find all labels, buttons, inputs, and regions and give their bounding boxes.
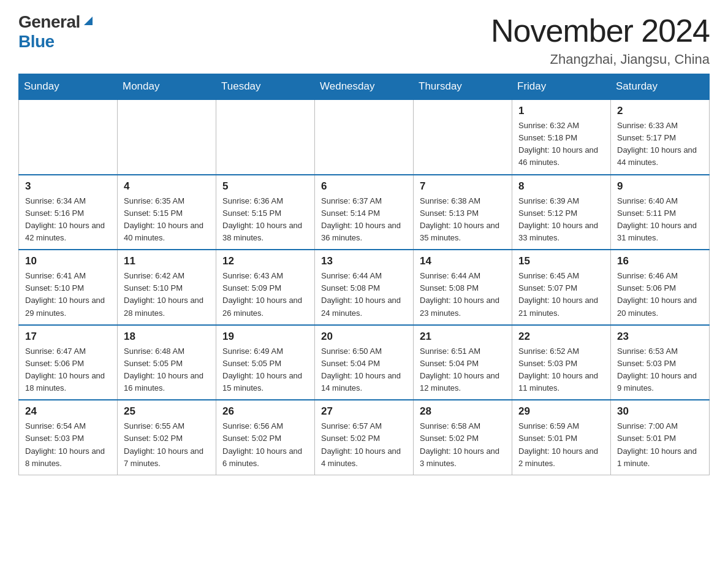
day-number: 9 (617, 180, 703, 193)
day-info: Sunrise: 6:44 AM Sunset: 5:08 PM Dayligh… (420, 271, 499, 317)
calendar-cell: 11Sunrise: 6:42 AM Sunset: 5:10 PM Dayli… (118, 250, 216, 325)
day-info: Sunrise: 6:47 AM Sunset: 5:06 PM Dayligh… (25, 347, 105, 393)
calendar-cell: 19Sunrise: 6:49 AM Sunset: 5:05 PM Dayli… (216, 325, 315, 400)
day-number: 14 (420, 255, 506, 267)
week-row-1: 1Sunrise: 6:32 AM Sunset: 5:18 PM Daylig… (19, 99, 710, 175)
col-header-tuesday: Tuesday (216, 74, 315, 100)
day-number: 1 (518, 105, 604, 117)
day-info: Sunrise: 6:51 AM Sunset: 5:04 PM Dayligh… (420, 347, 499, 393)
calendar-cell (118, 99, 216, 175)
day-number: 27 (321, 405, 407, 418)
day-info: Sunrise: 6:56 AM Sunset: 5:02 PM Dayligh… (222, 421, 302, 467)
day-number: 6 (321, 180, 407, 193)
logo-triangle-icon (82, 14, 95, 28)
header: General Blue November 2024 Zhangzhai, Ji… (18, 12, 710, 67)
calendar-cell: 23Sunrise: 6:53 AM Sunset: 5:03 PM Dayli… (611, 325, 710, 400)
day-number: 16 (617, 255, 703, 267)
day-info: Sunrise: 6:57 AM Sunset: 5:02 PM Dayligh… (321, 421, 401, 467)
day-number: 26 (222, 405, 308, 418)
day-info: Sunrise: 6:35 AM Sunset: 5:15 PM Dayligh… (124, 196, 203, 242)
day-number: 24 (25, 405, 111, 418)
day-number: 3 (25, 180, 111, 193)
day-number: 28 (420, 405, 506, 418)
calendar-cell: 13Sunrise: 6:44 AM Sunset: 5:08 PM Dayli… (315, 250, 414, 325)
day-number: 20 (321, 331, 407, 343)
logo-blue: Blue (18, 32, 55, 51)
day-info: Sunrise: 6:36 AM Sunset: 5:15 PM Dayligh… (222, 196, 302, 242)
day-info: Sunrise: 6:59 AM Sunset: 5:01 PM Dayligh… (518, 421, 598, 467)
day-info: Sunrise: 6:41 AM Sunset: 5:10 PM Dayligh… (25, 271, 105, 317)
calendar-cell: 8Sunrise: 6:39 AM Sunset: 5:12 PM Daylig… (512, 175, 611, 250)
calendar-cell: 24Sunrise: 6:54 AM Sunset: 5:03 PM Dayli… (19, 400, 118, 475)
calendar-cell: 20Sunrise: 6:50 AM Sunset: 5:04 PM Dayli… (315, 325, 414, 400)
col-header-wednesday: Wednesday (315, 74, 414, 100)
day-number: 19 (222, 331, 308, 343)
calendar-cell: 5Sunrise: 6:36 AM Sunset: 5:15 PM Daylig… (216, 175, 315, 250)
calendar-cell: 26Sunrise: 6:56 AM Sunset: 5:02 PM Dayli… (216, 400, 315, 475)
day-number: 17 (25, 331, 111, 343)
calendar-cell: 1Sunrise: 6:32 AM Sunset: 5:18 PM Daylig… (512, 99, 611, 175)
calendar-cell: 17Sunrise: 6:47 AM Sunset: 5:06 PM Dayli… (19, 325, 118, 400)
col-header-thursday: Thursday (414, 74, 512, 100)
day-number: 18 (124, 331, 210, 343)
day-info: Sunrise: 6:38 AM Sunset: 5:13 PM Dayligh… (420, 196, 499, 242)
svg-marker-0 (84, 17, 93, 25)
title-area: November 2024 Zhangzhai, Jiangsu, China (491, 12, 710, 67)
calendar-subtitle: Zhangzhai, Jiangsu, China (491, 52, 710, 67)
day-number: 30 (617, 405, 703, 418)
calendar-cell: 12Sunrise: 6:43 AM Sunset: 5:09 PM Dayli… (216, 250, 315, 325)
day-info: Sunrise: 6:54 AM Sunset: 5:03 PM Dayligh… (25, 421, 105, 467)
calendar-cell: 29Sunrise: 6:59 AM Sunset: 5:01 PM Dayli… (512, 400, 611, 475)
week-row-4: 17Sunrise: 6:47 AM Sunset: 5:06 PM Dayli… (19, 325, 710, 400)
logo-general: General (18, 12, 80, 32)
calendar-cell: 30Sunrise: 7:00 AM Sunset: 5:01 PM Dayli… (611, 400, 710, 475)
day-number: 25 (124, 405, 210, 418)
calendar-cell: 15Sunrise: 6:45 AM Sunset: 5:07 PM Dayli… (512, 250, 611, 325)
day-info: Sunrise: 6:44 AM Sunset: 5:08 PM Dayligh… (321, 271, 401, 317)
day-info: Sunrise: 6:39 AM Sunset: 5:12 PM Dayligh… (518, 196, 598, 242)
day-number: 10 (25, 255, 111, 267)
day-info: Sunrise: 6:33 AM Sunset: 5:17 PM Dayligh… (617, 121, 697, 167)
day-number: 29 (518, 405, 604, 418)
calendar-cell: 16Sunrise: 6:46 AM Sunset: 5:06 PM Dayli… (611, 250, 710, 325)
calendar-cell: 7Sunrise: 6:38 AM Sunset: 5:13 PM Daylig… (414, 175, 512, 250)
col-header-sunday: Sunday (19, 74, 118, 100)
calendar-cell: 3Sunrise: 6:34 AM Sunset: 5:16 PM Daylig… (19, 175, 118, 250)
day-number: 7 (420, 180, 506, 193)
day-info: Sunrise: 6:46 AM Sunset: 5:06 PM Dayligh… (617, 271, 697, 317)
day-number: 4 (124, 180, 210, 193)
day-number: 2 (617, 105, 703, 117)
week-row-5: 24Sunrise: 6:54 AM Sunset: 5:03 PM Dayli… (19, 400, 710, 475)
day-info: Sunrise: 6:52 AM Sunset: 5:03 PM Dayligh… (518, 347, 598, 393)
col-header-monday: Monday (118, 74, 216, 100)
calendar-cell: 27Sunrise: 6:57 AM Sunset: 5:02 PM Dayli… (315, 400, 414, 475)
week-row-2: 3Sunrise: 6:34 AM Sunset: 5:16 PM Daylig… (19, 175, 710, 250)
calendar-cell: 4Sunrise: 6:35 AM Sunset: 5:15 PM Daylig… (118, 175, 216, 250)
day-number: 11 (124, 255, 210, 267)
day-info: Sunrise: 6:43 AM Sunset: 5:09 PM Dayligh… (222, 271, 302, 317)
day-info: Sunrise: 6:40 AM Sunset: 5:11 PM Dayligh… (617, 196, 697, 242)
day-info: Sunrise: 7:00 AM Sunset: 5:01 PM Dayligh… (617, 421, 697, 467)
calendar-cell: 2Sunrise: 6:33 AM Sunset: 5:17 PM Daylig… (611, 99, 710, 175)
calendar-cell: 10Sunrise: 6:41 AM Sunset: 5:10 PM Dayli… (19, 250, 118, 325)
calendar-title: November 2024 (491, 12, 710, 49)
calendar-cell: 9Sunrise: 6:40 AM Sunset: 5:11 PM Daylig… (611, 175, 710, 250)
day-info: Sunrise: 6:50 AM Sunset: 5:04 PM Dayligh… (321, 347, 401, 393)
day-number: 12 (222, 255, 308, 267)
day-info: Sunrise: 6:45 AM Sunset: 5:07 PM Dayligh… (518, 271, 598, 317)
day-info: Sunrise: 6:58 AM Sunset: 5:02 PM Dayligh… (420, 421, 499, 467)
calendar-cell: 25Sunrise: 6:55 AM Sunset: 5:02 PM Dayli… (118, 400, 216, 475)
day-info: Sunrise: 6:55 AM Sunset: 5:02 PM Dayligh… (124, 421, 203, 467)
calendar-cell (19, 99, 118, 175)
day-number: 5 (222, 180, 308, 193)
calendar-cell: 22Sunrise: 6:52 AM Sunset: 5:03 PM Dayli… (512, 325, 611, 400)
week-row-3: 10Sunrise: 6:41 AM Sunset: 5:10 PM Dayli… (19, 250, 710, 325)
calendar-table: SundayMondayTuesdayWednesdayThursdayFrid… (18, 74, 710, 475)
day-info: Sunrise: 6:49 AM Sunset: 5:05 PM Dayligh… (222, 347, 302, 393)
calendar-cell: 28Sunrise: 6:58 AM Sunset: 5:02 PM Dayli… (414, 400, 512, 475)
day-number: 21 (420, 331, 506, 343)
day-number: 22 (518, 331, 604, 343)
day-number: 8 (518, 180, 604, 193)
calendar-cell (315, 99, 414, 175)
calendar-cell: 18Sunrise: 6:48 AM Sunset: 5:05 PM Dayli… (118, 325, 216, 400)
